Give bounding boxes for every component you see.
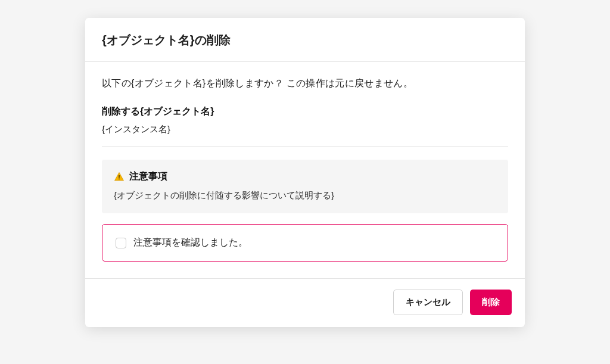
confirm-box: 注意事項を確認しました。 (102, 224, 508, 262)
instance-name: {インスタンス名} (102, 124, 508, 147)
notice-header: 注意事項 (114, 170, 496, 183)
delete-confirm-dialog: {オブジェクト名}の削除 以下の{オブジェクト名}を削除しますか？ この操作は元… (85, 18, 525, 327)
delete-button[interactable]: 削除 (470, 290, 512, 315)
warning-triangle-icon (114, 172, 125, 182)
dialog-title: {オブジェクト名}の削除 (102, 32, 508, 48)
dialog-header: {オブジェクト名}の削除 (85, 18, 525, 62)
intro-text: 以下の{オブジェクト名}を削除しますか？ この操作は元に戻せません。 (102, 77, 508, 90)
svg-rect-1 (119, 178, 120, 179)
notice-title: 注意事項 (129, 170, 167, 183)
dialog-footer: キャンセル 削除 (85, 278, 525, 327)
cancel-button[interactable]: キャンセル (393, 290, 463, 315)
notice-body: {オブジェクトの削除に付随する影響について説明する} (114, 190, 496, 201)
notice-box: 注意事項 {オブジェクトの削除に付随する影響について説明する} (102, 160, 508, 213)
subject-label: 削除する{オブジェクト名} (102, 105, 508, 118)
dialog-body: 以下の{オブジェクト名}を削除しますか？ この操作は元に戻せません。 削除する{… (85, 62, 525, 278)
svg-rect-0 (119, 175, 120, 178)
confirm-checkbox[interactable] (116, 238, 126, 248)
confirm-label: 注意事項を確認しました。 (133, 237, 248, 249)
